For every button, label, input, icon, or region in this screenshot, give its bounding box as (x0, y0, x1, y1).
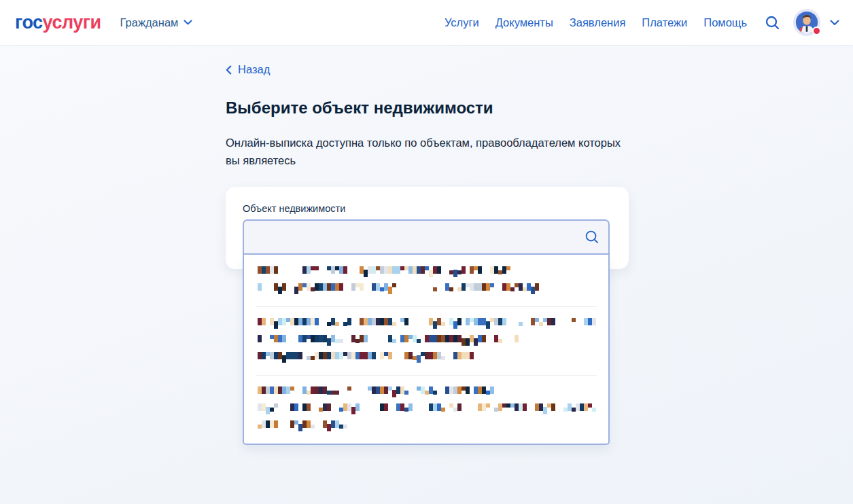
top-navigation-bar: госуслуги Гражданам Услуги Документы Зая… (0, 0, 853, 46)
redacted-text-line (258, 283, 540, 294)
suggestion-item[interactable] (244, 306, 608, 375)
back-link[interactable]: Назад (226, 63, 270, 76)
audience-menu-label: Гражданам (120, 16, 179, 29)
search-icon[interactable] (584, 229, 600, 245)
field-label: Объект недвижимости (243, 203, 610, 214)
redacted-text-line (258, 317, 596, 329)
search-icon[interactable] (762, 12, 782, 33)
object-selection-card: Объект недвижимости (226, 187, 629, 269)
chevron-down-icon[interactable] (830, 20, 839, 26)
page-title: Выберите объект недвижимости (226, 98, 633, 118)
page-description: Онлайн-выписка доступна только по объект… (226, 134, 633, 169)
logo-part-blue: гос (15, 12, 43, 33)
logo-part-red: услуги (43, 12, 101, 33)
back-link-label: Назад (238, 63, 270, 76)
suggestions-dropdown (243, 255, 610, 445)
redacted-text-line (258, 334, 521, 346)
nav-link-help[interactable]: Помощь (703, 16, 747, 29)
redacted-text-line (258, 420, 351, 431)
redacted-text-line (258, 386, 497, 397)
suggestion-item[interactable] (244, 375, 608, 444)
redacted-text-line (258, 351, 475, 363)
suggestion-item[interactable] (244, 255, 608, 306)
profile-avatar[interactable] (793, 9, 820, 36)
nav-link-documents[interactable]: Документы (495, 16, 553, 29)
nav-link-applications[interactable]: Заявления (570, 16, 626, 29)
redacted-text-line (258, 403, 596, 414)
chevron-down-icon (184, 20, 192, 25)
notification-dot (812, 26, 821, 35)
chevron-left-icon (226, 65, 232, 75)
object-search-box (243, 219, 610, 255)
redacted-text-line (258, 266, 517, 277)
nav-link-payments[interactable]: Платежи (642, 16, 687, 29)
main-navigation: Услуги Документы Заявления Платежи Помощ… (445, 16, 747, 29)
main-content: Назад Выберите объект недвижимости Онлай… (226, 46, 633, 269)
nav-link-services[interactable]: Услуги (445, 16, 479, 29)
audience-menu[interactable]: Гражданам (120, 16, 193, 29)
object-field: Объект недвижимости (243, 203, 610, 255)
object-search-input[interactable] (244, 221, 608, 253)
gosuslugi-logo[interactable]: госуслуги (15, 12, 101, 33)
